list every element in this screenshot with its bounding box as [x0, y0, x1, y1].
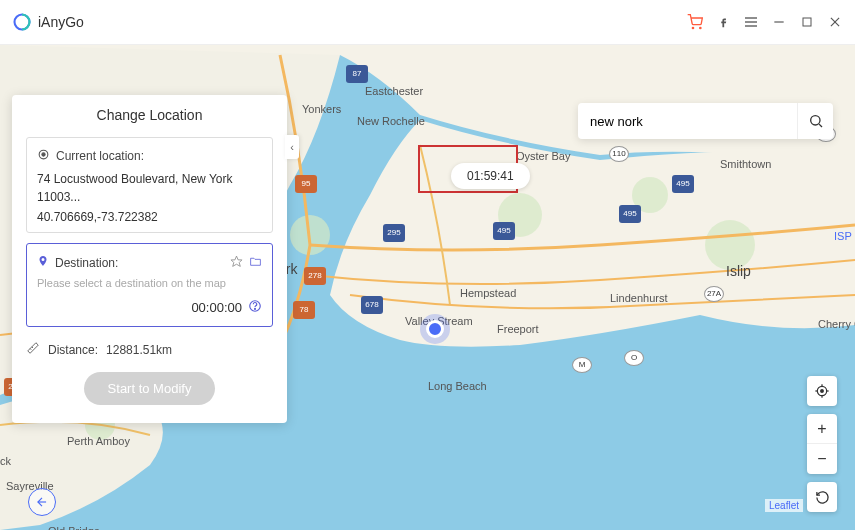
map-canvas[interactable]: Eastchester Yonkers New Rochelle Oyster …	[0, 45, 855, 530]
search-input[interactable]	[578, 114, 797, 129]
folder-icon[interactable]	[249, 255, 262, 271]
reset-button[interactable]	[807, 482, 837, 512]
map-controls: + −	[807, 376, 837, 512]
highway-shield: 110	[609, 146, 629, 162]
highway-shield: 27A	[704, 286, 724, 302]
location-panel: ‹ Change Location Current location: 74 L…	[12, 95, 287, 423]
collapse-panel-button[interactable]: ‹	[285, 135, 299, 159]
city-label: ISP	[834, 230, 852, 242]
back-button[interactable]	[28, 488, 56, 516]
current-address: 74 Locustwood Boulevard, New York 11003.…	[37, 170, 262, 206]
city-label: Long Beach	[428, 380, 487, 392]
search-button[interactable]	[797, 103, 833, 139]
pin-icon	[37, 254, 49, 271]
titlebar-controls	[687, 14, 843, 30]
current-location-section: Current location: 74 Locustwood Boulevar…	[26, 137, 273, 233]
current-coordinates: 40.706669,-73.722382	[37, 210, 262, 224]
city-label: Islip	[726, 263, 751, 279]
svg-marker-20	[231, 256, 242, 266]
highway-shield: M	[572, 357, 592, 373]
current-location-marker[interactable]	[426, 320, 444, 338]
highway-shield: 495	[672, 175, 694, 193]
svg-line-23	[30, 349, 31, 350]
distance-value: 12881.51km	[106, 343, 172, 357]
locate-button[interactable]	[807, 376, 837, 406]
logo-icon	[12, 12, 32, 32]
maximize-button[interactable]	[799, 14, 815, 30]
city-label: New Rochelle	[357, 115, 425, 127]
destination-placeholder: Please select a destination on the map	[37, 277, 262, 289]
city-label: ck	[0, 455, 11, 467]
svg-line-17	[819, 124, 822, 127]
search-container	[578, 103, 833, 139]
city-label: Cherry Grov	[818, 318, 855, 330]
destination-section[interactable]: Destination: Please select a destination…	[26, 243, 273, 327]
city-label: Smithtown	[720, 158, 771, 170]
favorite-icon[interactable]	[230, 255, 243, 271]
city-label: Eastchester	[365, 85, 423, 97]
svg-rect-7	[803, 18, 811, 26]
svg-point-22	[255, 308, 256, 309]
highway-shield: 87	[346, 65, 368, 83]
svg-point-19	[42, 153, 45, 156]
svg-point-16	[810, 116, 819, 125]
destination-label: Destination:	[55, 256, 118, 270]
highway-shield: 78	[293, 301, 315, 319]
zoom-in-button[interactable]: +	[807, 414, 837, 444]
highway-shield: 295	[383, 224, 405, 242]
distance-label: Distance:	[48, 343, 98, 357]
highway-shield: 495	[493, 222, 515, 240]
minimize-button[interactable]	[771, 14, 787, 30]
cart-icon[interactable]	[687, 14, 703, 30]
city-label: Freeport	[497, 323, 539, 335]
city-label: Perth Amboy	[67, 435, 130, 447]
map-attribution[interactable]: Leaflet	[765, 499, 803, 512]
distance-row: Distance: 12881.51km	[12, 341, 287, 372]
highway-shield: 495	[619, 205, 641, 223]
app-name: iAnyGo	[38, 14, 84, 30]
city-label: Lindenhurst	[610, 292, 668, 304]
highway-shield: 95	[295, 175, 317, 193]
app-logo: iAnyGo	[12, 12, 84, 32]
highway-shield: 278	[304, 267, 326, 285]
cooldown-timer: 01:59:41	[451, 163, 530, 189]
city-label: Old Bridge	[48, 525, 100, 530]
menu-icon[interactable]	[743, 14, 759, 30]
start-modify-button[interactable]: Start to Modify	[84, 372, 216, 405]
svg-point-26	[821, 390, 824, 393]
highway-shield: 678	[361, 296, 383, 314]
current-location-header: Current location:	[37, 148, 262, 164]
zoom-out-button[interactable]: −	[807, 444, 837, 474]
titlebar: iAnyGo	[0, 0, 855, 45]
facebook-icon[interactable]	[715, 14, 731, 30]
destination-time-row: 00:00:00	[37, 299, 262, 316]
svg-line-24	[32, 347, 33, 348]
city-label: Yonkers	[302, 103, 341, 115]
svg-point-2	[700, 27, 701, 28]
panel-title: Change Location	[12, 107, 287, 123]
help-icon[interactable]	[248, 299, 262, 316]
svg-point-1	[692, 27, 693, 28]
city-label: Hempstead	[460, 287, 516, 299]
highway-shield: O	[624, 350, 644, 366]
city-label: Oyster Bay	[516, 150, 570, 162]
close-button[interactable]	[827, 14, 843, 30]
current-location-label: Current location:	[56, 149, 144, 163]
destination-header: Destination:	[37, 254, 262, 271]
target-icon	[37, 148, 50, 164]
ruler-icon	[26, 341, 40, 358]
destination-time: 00:00:00	[191, 300, 242, 315]
